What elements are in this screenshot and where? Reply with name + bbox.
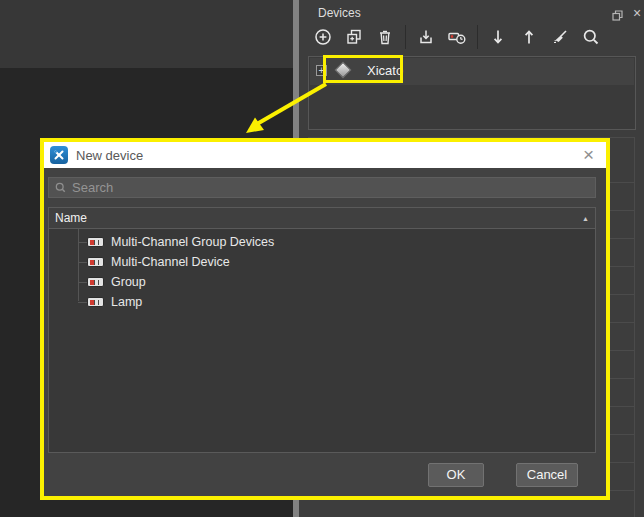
delete-icon[interactable] bbox=[374, 26, 396, 48]
dialog-title: New device bbox=[76, 148, 143, 163]
dialog-search-box bbox=[48, 177, 596, 198]
toolbar-separator bbox=[477, 25, 478, 49]
list-item[interactable]: Group bbox=[87, 272, 146, 292]
ok-button[interactable]: OK bbox=[428, 463, 484, 487]
clean-icon[interactable] bbox=[549, 26, 571, 48]
device-module-icon bbox=[87, 257, 104, 267]
add-icon[interactable] bbox=[312, 26, 334, 48]
device-module-icon bbox=[87, 277, 104, 287]
sort-asc-icon[interactable]: ▲ bbox=[582, 215, 589, 222]
dialog-close-icon[interactable]: × bbox=[577, 146, 600, 164]
duplicate-icon[interactable] bbox=[343, 26, 365, 48]
move-up-icon[interactable] bbox=[518, 26, 540, 48]
float-window-icon[interactable] bbox=[611, 9, 624, 22]
list-item-label: Lamp bbox=[111, 295, 142, 309]
column-header-label: Name bbox=[55, 211, 87, 225]
annotation-highlight-box bbox=[323, 55, 403, 83]
add-device-timer-icon[interactable] bbox=[446, 26, 468, 48]
import-icon[interactable] bbox=[415, 26, 437, 48]
search-icon[interactable] bbox=[580, 26, 602, 48]
toolbar-separator bbox=[405, 25, 406, 49]
app-header-bar bbox=[0, 0, 293, 68]
new-device-dialog: New device × Name ▲ Multi-Channel Group … bbox=[40, 138, 610, 500]
device-module-icon bbox=[87, 237, 104, 247]
list-item[interactable]: Multi-Channel Group Devices bbox=[87, 232, 274, 252]
device-type-list: Name ▲ Multi-Channel Group Devices Multi… bbox=[48, 207, 596, 453]
dialog-titlebar[interactable]: New device × bbox=[44, 142, 606, 168]
move-down-icon[interactable] bbox=[487, 26, 509, 48]
list-item-label: Multi-Channel Group Devices bbox=[111, 235, 274, 249]
list-item[interactable]: Lamp bbox=[87, 292, 142, 312]
list-item[interactable]: Multi-Channel Device bbox=[87, 252, 230, 272]
app-tools-icon bbox=[50, 146, 68, 164]
search-input[interactable] bbox=[72, 180, 590, 195]
list-header-name[interactable]: Name ▲ bbox=[49, 208, 595, 229]
list-item-label: Group bbox=[111, 275, 146, 289]
devices-toolbar bbox=[312, 25, 602, 49]
list-item-label: Multi-Channel Device bbox=[111, 255, 230, 269]
device-module-icon bbox=[87, 297, 104, 307]
cancel-button[interactable]: Cancel bbox=[516, 463, 578, 487]
devices-panel-title: Devices bbox=[318, 6, 361, 20]
search-icon bbox=[54, 181, 67, 194]
panel-close-icon[interactable]: × bbox=[630, 4, 644, 22]
